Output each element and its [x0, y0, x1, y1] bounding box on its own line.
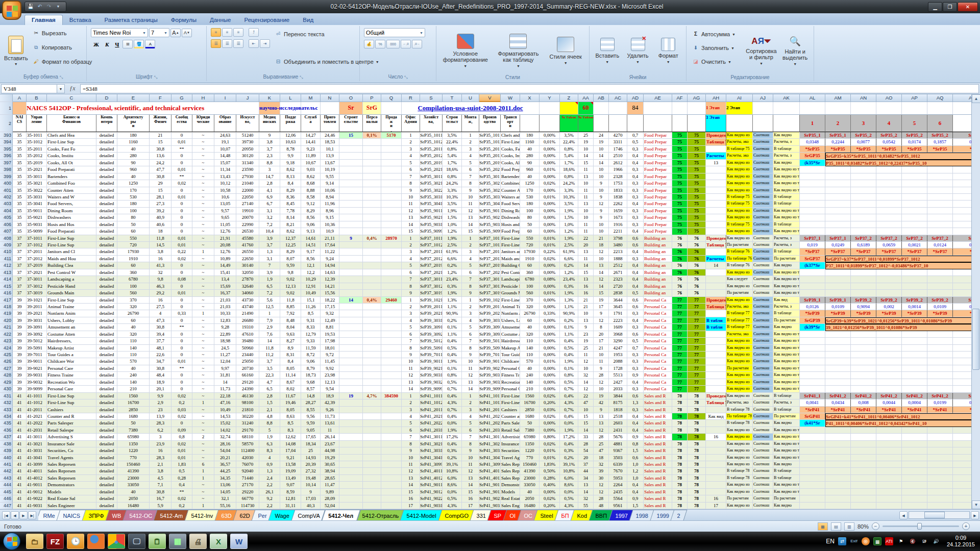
cell-V432[interactable]: SrP41_1012 — [479, 399, 501, 406]
header-cell-Q[interactable]: Продажи, — [381, 115, 402, 132]
cell-AG423[interactable]: 77 — [688, 338, 706, 344]
cell-AE411[interactable]: Building an — [644, 256, 672, 262]
cell-O398[interactable] — [339, 166, 363, 173]
cell-AL417[interactable]: SrP39_1 — [800, 297, 825, 304]
cell-AE429[interactable]: Personal Ca — [644, 379, 672, 386]
cell-AR401[interactable] — [953, 187, 971, 194]
cell-AI421[interactable]: В таблице 77 — [726, 324, 753, 331]
cell-S426[interactable]: SrP39_9011 — [420, 358, 443, 365]
cell-AD430[interactable]: 0,3 — [627, 386, 644, 392]
cell-E421[interactable]: 40 — [117, 324, 150, 331]
cell-AE438[interactable]: Sales and R — [644, 441, 672, 447]
cell-AE431[interactable]: Sales and R — [644, 393, 672, 399]
cell-AH402[interactable] — [706, 194, 726, 201]
cell-K414[interactable]: 1,9 — [259, 276, 280, 283]
cell-T404[interactable]: 1,9% — [443, 208, 462, 214]
cell-AD418[interactable]: 0,6 — [627, 304, 644, 310]
cell-M435[interactable]: 9,59 — [301, 420, 321, 427]
cell-D408[interactable]: detailed — [96, 235, 117, 242]
cell-N406[interactable]: 10,36 — [321, 221, 339, 228]
cell-AN394[interactable]: 0,0077 — [851, 139, 876, 145]
cell-AH424[interactable] — [706, 345, 726, 352]
cell-T431[interactable]: 0,4% — [443, 393, 462, 399]
cell-J410[interactable]: 26550 — [236, 248, 259, 255]
cell-L432[interactable]: 19,46 — [280, 399, 301, 406]
cell-AA428[interactable]: 32 — [578, 372, 594, 379]
cell-AP430[interactable] — [902, 386, 927, 392]
cell-AK419[interactable]: В таблице — [773, 310, 800, 317]
cell-AK416[interactable]: Как видно из таблицы — [773, 290, 800, 296]
cell-B446[interactable]: 41-9022 — [27, 495, 47, 502]
cell-AK437[interactable]: Как видно из таблицы — [773, 434, 800, 440]
cell-T400[interactable]: 24,2% — [443, 180, 462, 187]
cell-F393[interactable]: 21 — [150, 132, 172, 139]
cell-M404[interactable]: 8,29 — [301, 208, 321, 214]
cell-AP429[interactable] — [902, 379, 927, 386]
cell-AK412[interactable]: Как видно — [773, 262, 800, 269]
cell-AL424[interactable] — [800, 345, 825, 352]
cell-AF425[interactable]: 77 — [672, 352, 688, 358]
cell-V427[interactable]: SrP39_9021 — [479, 365, 501, 372]
cell-F443[interactable]: 4,5 — [150, 475, 172, 482]
cell-L443[interactable]: 13,49 — [280, 475, 301, 482]
cell-R401[interactable]: 9 — [402, 187, 420, 194]
cell-AI436[interactable]: Как видно из — [726, 427, 753, 434]
cell-B422[interactable]: 39-3092 — [27, 331, 47, 338]
cell[interactable] — [953, 102, 971, 115]
cell-Y411[interactable]: 0,02% — [540, 256, 560, 262]
cell-J418[interactable]: 43740 — [236, 304, 259, 310]
cell-AL393[interactable]: SrP35_1 — [800, 132, 825, 139]
cell-C411[interactable]: Maids and Hou — [47, 256, 96, 262]
cell-K428[interactable]: 22,3 — [259, 372, 280, 379]
cell-U441[interactable]: 11 — [462, 461, 479, 468]
cell-AP441[interactable] — [902, 461, 927, 468]
cell-Z440[interactable]: 0,2% — [560, 455, 578, 461]
cell-K433[interactable]: 2,1 — [259, 407, 280, 413]
row-header-447[interactable]: 447 — [0, 503, 13, 509]
cell-T435[interactable]: 0,0% — [443, 420, 462, 427]
cell-B401[interactable]: 35-3022 — [27, 187, 47, 194]
cell-X394[interactable]: 1160 — [520, 139, 540, 145]
cell-AP418[interactable]: 0,0014 — [902, 304, 927, 310]
cell-I420[interactable]: 12,83 — [214, 317, 236, 324]
column-header-T[interactable]: T — [443, 94, 462, 102]
cell-AF414[interactable]: 76 — [672, 276, 688, 283]
cell-M398[interactable]: 9,03 — [301, 166, 321, 173]
cell-W398[interactable]: Food Preparati — [501, 166, 520, 173]
cell-AP428[interactable] — [902, 372, 927, 379]
cell-W418[interactable]: Animal Traine — [501, 304, 520, 310]
cell-AM430[interactable] — [825, 386, 851, 392]
cell-W440[interactable]: Travel Agents — [501, 455, 520, 461]
cell-AQ409[interactable]: 0,0124 — [927, 242, 953, 248]
cell-AR424[interactable] — [953, 345, 971, 352]
row-header-413[interactable]: 413 — [0, 269, 13, 276]
cell-R422[interactable]: 6 — [402, 331, 420, 338]
cell-AF410[interactable]: 76 — [672, 248, 688, 255]
save-icon[interactable]: 💾 — [27, 3, 34, 10]
cell-AM398[interactable] — [825, 166, 851, 173]
cell-F411[interactable]: 16 — [150, 256, 172, 262]
row-header-393[interactable]: 393 — [0, 132, 13, 139]
cell-L406[interactable]: 8,21 — [280, 221, 301, 228]
cell-I423[interactable]: 18,98 — [214, 338, 236, 344]
cell-AJ409[interactable]: Соотнош — [753, 242, 773, 248]
header-cell-Y[interactable] — [540, 115, 560, 132]
cell-D426[interactable]: detailed — [96, 358, 117, 365]
cell-I405[interactable]: 9,65 — [214, 214, 236, 221]
cell-S406[interactable]: SrP35_9031 — [420, 221, 443, 228]
cell-AQ425[interactable] — [927, 352, 953, 358]
cell-L438[interactable]: 14,08 — [280, 441, 301, 447]
cell-AO400[interactable] — [876, 180, 902, 187]
cell-AA415[interactable]: 16 — [578, 283, 594, 290]
cell-P447[interactable] — [363, 503, 381, 509]
cell-AE394[interactable]: Food Prepar — [644, 139, 672, 145]
cell-K440[interactable]: 4 — [259, 455, 280, 461]
cell-AB412[interactable]: 13 — [594, 262, 609, 269]
cell-A424[interactable]: 39 — [13, 345, 27, 352]
cell-W406[interactable]: Hosts and Hos — [501, 221, 520, 228]
cell-E441[interactable]: 150460 — [117, 461, 150, 468]
cell-D437[interactable]: detailed — [96, 434, 117, 440]
header-cell-H[interactable]: Юридические — [192, 115, 214, 132]
cell-X409[interactable]: 720 — [520, 242, 540, 248]
cell-AK446[interactable]: По расчетам — [773, 495, 800, 502]
